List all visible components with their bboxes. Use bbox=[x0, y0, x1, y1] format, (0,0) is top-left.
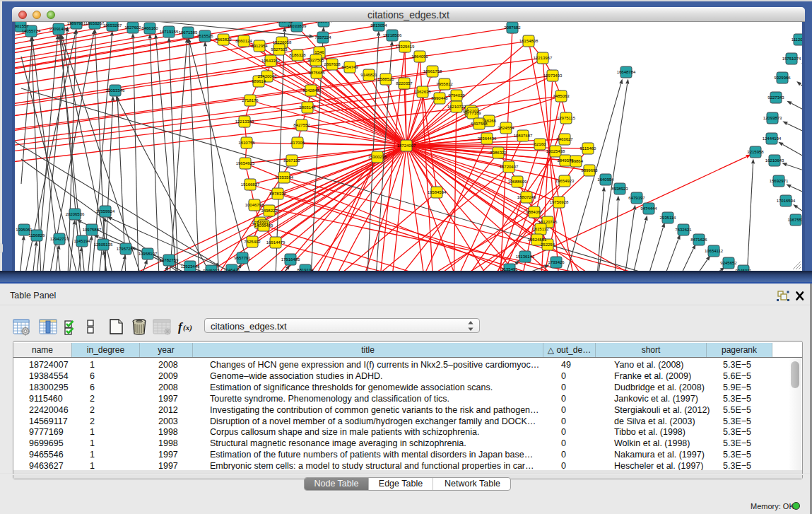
svg-text:12942737: 12942737 bbox=[50, 237, 69, 241]
svg-text:8220357: 8220357 bbox=[396, 81, 413, 86]
svg-text:12213967: 12213967 bbox=[534, 56, 553, 60]
svg-text:19584594: 19584594 bbox=[428, 190, 447, 194]
svg-text:12444194: 12444194 bbox=[763, 136, 782, 141]
svg-text:3824554: 3824554 bbox=[498, 126, 514, 130]
svg-text:8938923: 8938923 bbox=[611, 187, 628, 191]
svg-text:10046798: 10046798 bbox=[245, 203, 264, 207]
svg-text:7663822: 7663822 bbox=[215, 37, 232, 42]
svg-text:9657791: 9657791 bbox=[234, 256, 251, 260]
svg-text:7515526: 7515526 bbox=[196, 34, 213, 38]
svg-text:8912954: 8912954 bbox=[251, 44, 268, 48]
svg-text:10958107: 10958107 bbox=[139, 252, 158, 256]
svg-text:1156829: 1156829 bbox=[29, 233, 46, 238]
svg-text:14099489: 14099489 bbox=[254, 223, 273, 228]
svg-text:8427552: 8427552 bbox=[293, 123, 310, 127]
svg-text:15226058: 15226058 bbox=[273, 40, 292, 45]
svg-text:8471626: 8471626 bbox=[690, 238, 707, 242]
svg-text:15136141: 15136141 bbox=[516, 255, 535, 259]
svg-text:6497568: 6497568 bbox=[471, 122, 488, 126]
svg-text:16033809: 16033809 bbox=[288, 24, 307, 28]
svg-text:19524851: 19524851 bbox=[528, 238, 547, 242]
svg-text:9463627: 9463627 bbox=[556, 137, 573, 141]
svg-text:20206536: 20206536 bbox=[66, 212, 85, 216]
svg-text:10025438: 10025438 bbox=[546, 149, 565, 153]
svg-text:10961758: 10961758 bbox=[423, 69, 442, 74]
svg-text:2867608: 2867608 bbox=[324, 62, 341, 66]
svg-text:10543352: 10543352 bbox=[261, 59, 281, 63]
svg-text:10653267: 10653267 bbox=[103, 23, 122, 28]
svg-text:11353594: 11353594 bbox=[275, 175, 294, 180]
svg-text:1546: 1546 bbox=[314, 50, 324, 54]
svg-text:1901557: 1901557 bbox=[15, 24, 29, 28]
svg-text:9115460: 9115460 bbox=[580, 146, 597, 151]
svg-text:1145194: 1145194 bbox=[74, 239, 91, 243]
svg-text:17916485: 17916485 bbox=[281, 257, 300, 262]
svg-text:7357224: 7357224 bbox=[314, 35, 331, 40]
svg-text:15720407: 15720407 bbox=[500, 165, 519, 169]
svg-text:8267150: 8267150 bbox=[283, 158, 300, 163]
svg-text:9227343: 9227343 bbox=[767, 95, 784, 100]
svg-text:17359924: 17359924 bbox=[96, 209, 115, 214]
svg-text:9899695: 9899695 bbox=[581, 168, 598, 173]
svg-text:10807487: 10807487 bbox=[514, 134, 533, 138]
svg-text:16782759: 16782759 bbox=[160, 258, 179, 262]
svg-text:18807249: 18807249 bbox=[517, 195, 536, 199]
svg-text:989614: 989614 bbox=[252, 79, 266, 83]
svg-text:19166827: 19166827 bbox=[241, 182, 260, 187]
svg-text:(x): (x) bbox=[183, 323, 192, 332]
svg-text:2935114: 2935114 bbox=[660, 216, 677, 220]
svg-text:15300235: 15300235 bbox=[368, 155, 387, 159]
svg-text:3215958: 3215958 bbox=[747, 150, 764, 154]
svg-text:19756928: 19756928 bbox=[550, 200, 569, 204]
svg-text:9245652: 9245652 bbox=[720, 261, 737, 265]
svg-text:13325419: 13325419 bbox=[396, 45, 415, 49]
svg-text:6794028: 6794028 bbox=[448, 93, 465, 98]
svg-text:8613074: 8613074 bbox=[315, 22, 332, 23]
svg-text:3875685: 3875685 bbox=[308, 71, 325, 75]
svg-text:7955812: 7955812 bbox=[436, 82, 453, 86]
svg-text:9474444: 9474444 bbox=[640, 206, 657, 211]
svg-text:16648784: 16648784 bbox=[617, 70, 636, 74]
svg-text:8813054: 8813054 bbox=[370, 23, 387, 28]
svg-text:3498222: 3498222 bbox=[261, 209, 278, 213]
svg-text:12093873: 12093873 bbox=[763, 116, 782, 120]
svg-text:16120746: 16120746 bbox=[539, 220, 558, 224]
svg-text:1112033: 1112033 bbox=[792, 37, 802, 42]
svg-text:1610755: 1610755 bbox=[238, 141, 255, 145]
svg-text:10688609: 10688609 bbox=[508, 180, 527, 184]
svg-text:759864: 759864 bbox=[569, 159, 584, 163]
svg-text:1733426: 1733426 bbox=[548, 260, 565, 264]
svg-text:16210643: 16210643 bbox=[765, 158, 784, 163]
svg-text:1362635: 1362635 bbox=[414, 90, 431, 94]
svg-text:20053346: 20053346 bbox=[106, 88, 125, 93]
svg-text:1615132: 1615132 bbox=[532, 227, 549, 231]
svg-text:19897931: 19897931 bbox=[67, 22, 86, 25]
svg-text:8660124: 8660124 bbox=[235, 39, 252, 43]
svg-text:6479197: 6479197 bbox=[628, 196, 645, 200]
svg-text:10654112: 10654112 bbox=[705, 249, 724, 253]
svg-text:8454749: 8454749 bbox=[341, 65, 358, 69]
svg-text:7625402: 7625402 bbox=[244, 240, 261, 244]
svg-text:2087682: 2087682 bbox=[504, 25, 521, 30]
svg-text:12975115: 12975115 bbox=[557, 116, 576, 120]
svg-text:17016504: 17016504 bbox=[777, 199, 796, 203]
svg-text:1640954: 1640954 bbox=[597, 177, 614, 182]
svg-text:16154808: 16154808 bbox=[519, 39, 539, 43]
svg-text:14055724: 14055724 bbox=[22, 29, 41, 33]
svg-text:7632621: 7632621 bbox=[675, 228, 692, 232]
svg-text:15751074: 15751074 bbox=[782, 57, 801, 61]
svg-text:23420046: 23420046 bbox=[258, 74, 277, 78]
svg-text:252254: 252254 bbox=[541, 243, 555, 247]
svg-text:16653267: 16653267 bbox=[86, 22, 105, 25]
svg-text:1167553: 1167553 bbox=[788, 218, 802, 222]
svg-text:19654925: 19654925 bbox=[236, 161, 255, 165]
svg-text:2803144: 2803144 bbox=[299, 105, 316, 110]
svg-text:1864091: 1864091 bbox=[411, 54, 428, 59]
svg-text:10719155: 10719155 bbox=[160, 30, 179, 34]
svg-text:19218506: 19218506 bbox=[383, 33, 402, 37]
svg-text:9327503: 9327503 bbox=[271, 47, 288, 52]
svg-text:9329966: 9329966 bbox=[774, 76, 791, 80]
svg-text:2718176: 2718176 bbox=[242, 98, 259, 103]
svg-text:1893752: 1893752 bbox=[276, 22, 293, 23]
svg-text:9146821: 9146821 bbox=[360, 73, 377, 77]
